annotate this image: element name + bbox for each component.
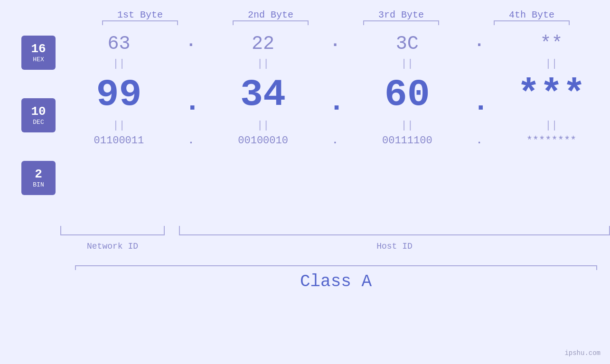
dec-row: 99 . 34 . 60 . *** bbox=[60, 71, 610, 119]
bin-val-3: 00111100 bbox=[355, 132, 460, 149]
eq-2-4: || bbox=[499, 120, 603, 131]
header-bracket-3 bbox=[363, 20, 439, 21]
host-id-label: Host ID bbox=[179, 242, 610, 251]
dot-dec-1: . bbox=[184, 72, 198, 118]
dot-2: . bbox=[328, 32, 342, 51]
dot-bin-1: . bbox=[184, 135, 198, 147]
dec-val-1: 99 bbox=[66, 71, 171, 119]
eq-row-2: || || || || bbox=[60, 119, 610, 132]
bottom-bracket-row bbox=[21, 226, 610, 238]
badge-hex-num: 16 bbox=[31, 43, 46, 55]
badge-dec: 10 DEC bbox=[21, 98, 56, 132]
badge-dec-label: DEC bbox=[33, 119, 44, 126]
badge-hex-label: HEX bbox=[33, 56, 44, 63]
dec-val-2: 34 bbox=[211, 71, 315, 119]
content-area: 16 HEX 10 DEC 2 BIN 63 . 22 . 3C . ** bbox=[21, 26, 610, 224]
hex-val-4: ** bbox=[499, 26, 603, 57]
id-labels-row: Network ID Host ID bbox=[21, 242, 610, 256]
eq-2-2: || bbox=[211, 120, 315, 131]
network-id-label: Network ID bbox=[60, 242, 165, 251]
bin-row: 01100011 . 00100010 . 00111100 . *******… bbox=[60, 132, 610, 149]
eq-1-3: || bbox=[355, 58, 460, 70]
dec-val-3: 60 bbox=[355, 71, 460, 119]
byte-header-1: 1st Byte bbox=[88, 9, 192, 21]
dot-dec-3: . bbox=[472, 72, 487, 118]
class-label: Class A bbox=[75, 272, 597, 291]
brackets-container bbox=[60, 226, 610, 238]
hex-val-2: 22 bbox=[211, 26, 315, 57]
header-bracket-4 bbox=[494, 20, 570, 21]
dot-bin-2: . bbox=[328, 135, 342, 147]
badges-column: 16 HEX 10 DEC 2 BIN bbox=[21, 36, 56, 224]
class-bracket-line bbox=[75, 265, 597, 266]
header-bracket-2 bbox=[233, 20, 309, 21]
values-grid: 63 . 22 . 3C . ** || || || || 99 bbox=[60, 26, 610, 149]
eq-1-4: || bbox=[499, 58, 603, 70]
main-container: 1st Byte 2nd Byte 3rd Byte 4th Byte 16 H… bbox=[0, 0, 610, 364]
eq-2-1: || bbox=[66, 120, 171, 131]
labels-left-spacer bbox=[21, 242, 60, 256]
bin-val-2: 00100010 bbox=[211, 132, 315, 149]
class-section: Class A bbox=[75, 265, 597, 291]
badge-bin-num: 2 bbox=[35, 168, 42, 180]
hex-row: 63 . 22 . 3C . ** bbox=[60, 26, 610, 57]
dot-3: . bbox=[472, 32, 487, 51]
badge-bin-label: BIN bbox=[33, 181, 44, 188]
bracket-left-spacer bbox=[21, 226, 60, 238]
host-id-bracket bbox=[179, 226, 610, 235]
header-bracket-1 bbox=[102, 20, 178, 21]
eq-row-1: || || || || bbox=[60, 57, 610, 71]
dec-val-4: *** bbox=[499, 71, 603, 119]
dot-dec-2: . bbox=[328, 72, 342, 118]
badge-bin: 2 BIN bbox=[21, 161, 56, 195]
eq-1-2: || bbox=[211, 58, 315, 70]
hex-val-3: 3C bbox=[355, 26, 460, 57]
byte-header-3: 3rd Byte bbox=[349, 9, 453, 21]
eq-2-3: || bbox=[355, 120, 460, 131]
badge-dec-num: 10 bbox=[31, 105, 46, 118]
watermark: ipshu.com bbox=[564, 349, 601, 357]
bin-val-1: 01100011 bbox=[66, 132, 171, 149]
byte-header-4: 4th Byte bbox=[479, 9, 584, 21]
dot-1: . bbox=[184, 32, 198, 51]
dot-bin-3: . bbox=[472, 135, 487, 147]
hex-val-1: 63 bbox=[66, 26, 171, 57]
byte-headers-row: 1st Byte 2nd Byte 3rd Byte 4th Byte bbox=[75, 9, 597, 21]
labels-inner: Network ID Host ID bbox=[60, 242, 610, 256]
byte-header-2: 2nd Byte bbox=[218, 9, 323, 21]
eq-1-1: || bbox=[66, 58, 171, 70]
badge-hex: 16 HEX bbox=[21, 36, 56, 70]
network-id-bracket bbox=[60, 226, 165, 235]
bin-val-4: ******** bbox=[499, 132, 603, 149]
